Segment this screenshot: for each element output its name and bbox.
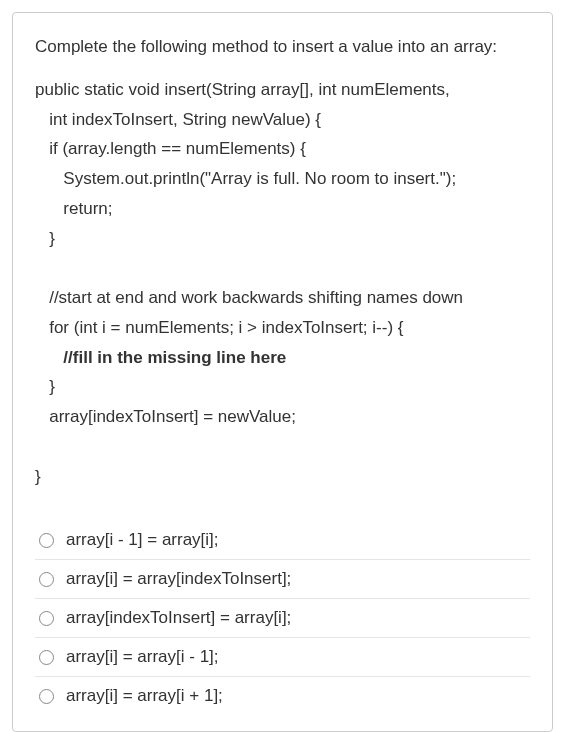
radio-icon <box>39 650 54 665</box>
option-label: array[i - 1] = array[i]; <box>66 530 219 550</box>
code-line: for (int i = numElements; i > indexToIns… <box>35 318 403 337</box>
question-prompt: Complete the following method to insert … <box>35 35 530 59</box>
code-line: } <box>35 229 55 248</box>
code-block: public static void insert(String array[]… <box>35 75 530 492</box>
code-line-bold: //fill in the missing line here <box>35 348 286 367</box>
option-label: array[i] = array[i - 1]; <box>66 647 219 667</box>
option-3[interactable]: array[i] = array[i - 1]; <box>35 637 530 676</box>
code-line: } <box>35 467 41 486</box>
code-line: public static void insert(String array[]… <box>35 80 450 99</box>
option-0[interactable]: array[i - 1] = array[i]; <box>35 521 530 559</box>
radio-icon <box>39 689 54 704</box>
code-line: //start at end and work backwards shifti… <box>35 288 463 307</box>
option-4[interactable]: array[i] = array[i + 1]; <box>35 676 530 715</box>
code-line: } <box>35 377 55 396</box>
radio-icon <box>39 533 54 548</box>
option-2[interactable]: array[indexToInsert] = array[i]; <box>35 598 530 637</box>
question-card: Complete the following method to insert … <box>12 12 553 732</box>
option-label: array[indexToInsert] = array[i]; <box>66 608 291 628</box>
code-line: return; <box>35 199 112 218</box>
option-label: array[i] = array[indexToInsert]; <box>66 569 291 589</box>
radio-icon <box>39 572 54 587</box>
options-list: array[i - 1] = array[i]; array[i] = arra… <box>35 521 530 715</box>
code-line: array[indexToInsert] = newValue; <box>35 407 296 426</box>
option-label: array[i] = array[i + 1]; <box>66 686 223 706</box>
code-line: if (array.length == numElements) { <box>35 139 306 158</box>
code-line: int indexToInsert, String newValue) { <box>35 110 321 129</box>
radio-icon <box>39 611 54 626</box>
option-1[interactable]: array[i] = array[indexToInsert]; <box>35 559 530 598</box>
code-line: System.out.println("Array is full. No ro… <box>35 169 456 188</box>
